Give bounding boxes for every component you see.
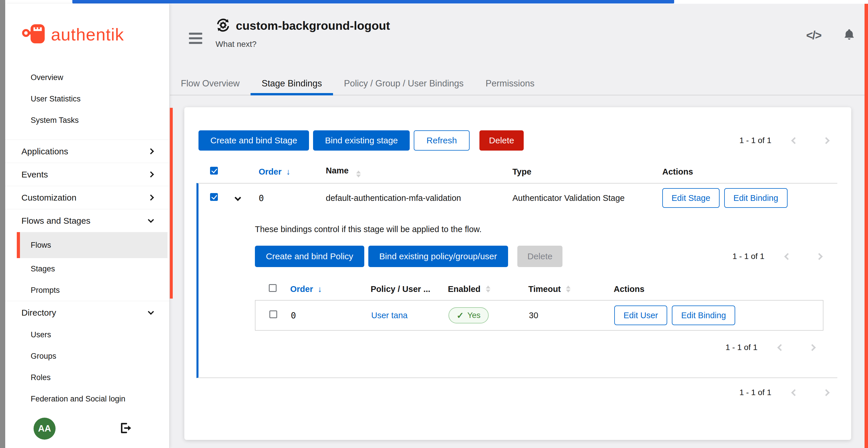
bell-icon[interactable] (842, 28, 856, 42)
column-header-type: Type (509, 167, 654, 177)
bind-existing-stage-button[interactable]: Bind existing stage (313, 130, 410, 150)
sidebar-section-applications[interactable]: Applications (5, 140, 169, 163)
content-area: Create and bind Stage Bind existing stag… (170, 95, 865, 448)
next-page-icon[interactable] (823, 389, 830, 396)
page-subtitle: What next? (216, 40, 390, 49)
window-left-edge (0, 0, 5, 448)
sidebar-section-flows-and-stages[interactable]: Flows and Stages (5, 209, 169, 232)
delete-policy-button[interactable]: Delete (517, 246, 563, 267)
row-checkbox[interactable] (210, 193, 218, 201)
policy-toolbar: Create and bind Policy Bind existing pol… (255, 246, 824, 267)
edit-binding-button[interactable]: Edit Binding (724, 188, 787, 208)
main-area: custom-background-logout What next? </> … (170, 4, 865, 448)
sidebar-item-roles[interactable]: Roles (5, 367, 169, 388)
previous-page-icon[interactable] (791, 137, 798, 144)
policy-user-link[interactable]: User tana (371, 311, 408, 320)
row-checkbox[interactable] (269, 310, 277, 318)
sort-descending-icon: ↓ (318, 284, 322, 294)
sidebar: authentik Overview User Statistics Syste… (5, 4, 169, 448)
row-expansion: These bindings control if this stage wil… (198, 225, 837, 377)
sidebar-item-prompts[interactable]: Prompts (5, 279, 169, 301)
sidebar-section-directory[interactable]: Directory (5, 301, 169, 324)
previous-page-icon[interactable] (777, 344, 784, 351)
order-cell: 0 (253, 193, 323, 203)
tab-policy-group-user-bindings[interactable]: Policy / Group / User Bindings (333, 71, 475, 95)
tab-stage-bindings[interactable]: Stage Bindings (251, 71, 333, 95)
next-page-icon[interactable] (816, 253, 823, 260)
menu-icon[interactable] (189, 33, 202, 44)
sort-icon (566, 285, 570, 292)
sidebar-item-user-statistics[interactable]: User Statistics (5, 88, 169, 109)
delete-button[interactable]: Delete (479, 130, 524, 150)
column-header-policy-user[interactable]: Policy / User ... (362, 284, 439, 294)
sidebar-nav: Overview User Statistics System Tasks Ap… (5, 65, 169, 413)
edit-binding-button[interactable]: Edit Binding (672, 306, 735, 325)
sidebar-user-row: AA (5, 413, 169, 448)
expansion-description: These bindings control if this stage wil… (255, 225, 824, 234)
create-and-bind-policy-button[interactable]: Create and bind Policy (255, 246, 364, 267)
column-label: Timeout (528, 284, 561, 294)
pagination-label: 1 - 1 of 1 (725, 343, 757, 352)
edit-user-button[interactable]: Edit User (614, 306, 667, 325)
column-header-actions: Actions (605, 284, 824, 294)
sidebar-section-events[interactable]: Events (5, 163, 169, 186)
tabbar: Flow Overview Stage Bindings Policy / Gr… (170, 71, 865, 95)
sort-icon (486, 285, 490, 292)
section-label: Events (22, 170, 48, 179)
sidebar-item-flows[interactable]: Flows (17, 232, 167, 258)
stage-toolbar: Create and bind Stage Bind existing stag… (198, 130, 837, 150)
api-browser-icon[interactable]: </> (806, 29, 821, 42)
avatar[interactable]: AA (34, 418, 56, 440)
next-page-icon[interactable] (809, 344, 816, 351)
page-header: custom-background-logout What next? </> (170, 4, 865, 71)
timeout-cell: 30 (520, 311, 606, 320)
check-icon: ✓ (457, 310, 464, 320)
column-header-enabled[interactable]: Enabled (439, 284, 520, 294)
column-label: Enabled (448, 284, 480, 294)
section-label: Customization (22, 193, 76, 203)
chevron-right-icon (148, 148, 154, 154)
authentik-admin-screen: authentik Overview User Statistics Syste… (0, 0, 868, 448)
column-header-name[interactable]: Name (323, 166, 509, 177)
bind-existing-policy-button[interactable]: Bind existing policy/group/user (368, 246, 508, 267)
sidebar-item-overview[interactable]: Overview (5, 67, 169, 88)
sidebar-item-stages[interactable]: Stages (5, 258, 169, 279)
sidebar-item-users[interactable]: Users (5, 324, 169, 345)
collapse-row-icon[interactable] (235, 194, 241, 201)
sidebar-item-groups[interactable]: Groups (5, 345, 169, 367)
logout-icon[interactable] (119, 421, 132, 436)
sidebar-item-system-tasks[interactable]: System Tasks (5, 109, 169, 131)
header-icons: </> (806, 28, 856, 42)
column-header-order[interactable]: Order ↓ (281, 284, 362, 294)
create-and-bind-stage-button[interactable]: Create and bind Stage (198, 130, 309, 150)
authentik-logo-icon (22, 21, 48, 48)
chevron-right-icon (148, 195, 154, 201)
column-header-actions: Actions (654, 167, 837, 177)
select-all-checkbox[interactable] (269, 284, 277, 292)
tab-permissions[interactable]: Permissions (474, 71, 546, 95)
sidebar-item-federation-and-social-login[interactable]: Federation and Social login (5, 388, 169, 410)
previous-page-icon[interactable] (791, 389, 798, 396)
authentik-logo[interactable]: authentik (5, 4, 169, 65)
name-cell: default-authentication-mfa-validation (323, 193, 509, 203)
column-label: Policy / User ... (371, 284, 430, 294)
column-header-timeout[interactable]: Timeout (520, 284, 605, 294)
expanded-row-wrap: 0 default-authentication-mfa-validation … (196, 183, 837, 378)
edit-stage-button[interactable]: Edit Stage (662, 188, 720, 208)
pagination-label: 1 - 1 of 1 (732, 252, 765, 261)
column-label: Name (326, 166, 349, 175)
previous-page-icon[interactable] (784, 253, 791, 260)
sidebar-section-customization[interactable]: Customization (5, 186, 169, 209)
page-title: custom-background-logout (236, 19, 390, 33)
tab-flow-overview[interactable]: Flow Overview (170, 71, 251, 95)
chevron-down-icon (148, 309, 154, 315)
select-all-checkbox[interactable] (210, 167, 218, 175)
chevron-down-icon (148, 217, 154, 223)
refresh-button[interactable]: Refresh (414, 130, 470, 150)
right-edge-accent (865, 4, 868, 448)
column-label: Type (513, 167, 531, 176)
type-cell: Authenticator Validation Stage (509, 193, 654, 203)
next-page-icon[interactable] (823, 137, 830, 144)
sidebar-scrollbar[interactable] (170, 108, 173, 299)
column-header-order[interactable]: Order ↓ (253, 167, 323, 177)
